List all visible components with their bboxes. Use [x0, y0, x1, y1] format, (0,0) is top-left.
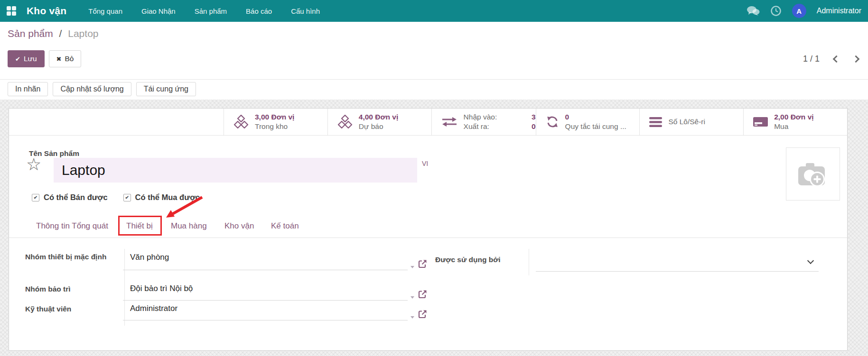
tab-inventory[interactable]: Kho vận	[224, 221, 254, 231]
external-link-icon[interactable]	[418, 259, 427, 268]
update-quantity-button[interactable]: Cập nhật số lượng	[53, 82, 131, 96]
chevron-down-icon[interactable]	[807, 257, 814, 264]
user-avatar[interactable]: A	[792, 4, 806, 18]
breadcrumb-separator: /	[59, 28, 62, 39]
out-label: Xuất ra:	[464, 122, 489, 131]
app-name[interactable]: Kho vận	[27, 5, 66, 17]
user-menu[interactable]: Administrator	[817, 7, 861, 15]
pager: 1 / 1	[803, 54, 859, 64]
can-be-sold-label: Có thể Bán được	[44, 193, 108, 202]
equipment-category-label: Nhóm thiết bị mặc định	[25, 251, 111, 263]
replenish-button[interactable]: Tái cung ứng	[136, 82, 196, 96]
stat-button-box: 3,00 Đơn vịTrong kho 4,00 Đơn vịDự báo N…	[9, 109, 847, 136]
print-label-button[interactable]: In nhãn	[8, 82, 48, 96]
forecasted-label: Dự báo	[359, 122, 398, 131]
reordering-value: 0	[565, 112, 626, 122]
navbar: Kho vận Tổng quan Giao Nhận Sản phẩm Báo…	[0, 0, 868, 22]
stat-spacer	[9, 109, 224, 135]
product-name-input[interactable]: Laptop	[54, 158, 417, 183]
transfer-arrows-icon	[441, 116, 457, 128]
navbar-right: A Administrator	[747, 4, 861, 18]
external-link-icon[interactable]	[418, 310, 427, 319]
out-value: 0	[532, 122, 536, 131]
credit-card-icon	[753, 116, 768, 128]
annotation-arrow	[163, 196, 205, 219]
stat-forecasted[interactable]: 4,00 Đơn vịDự báo	[327, 109, 431, 135]
menu-tong-quan[interactable]: Tổng quan	[88, 7, 122, 15]
maintenance-team-label: Nhóm bảo trì	[25, 283, 111, 295]
in-value: 3	[532, 112, 536, 122]
technician-label: Kỹ thuật viên	[25, 303, 111, 315]
forecasted-value: 4,00 Đơn vị	[359, 112, 398, 122]
dropdown-caret-icon[interactable]	[411, 296, 414, 299]
right-label-divider	[529, 249, 529, 275]
external-link-icon[interactable]	[418, 290, 427, 299]
can-be-sold-checkbox[interactable]: ✔ Có thể Bán được	[32, 193, 108, 202]
check-icon: ✔	[15, 55, 20, 63]
control-panel: Sản phẩm / Laptop ✔Lưu ✖Bỏ 1 / 1 In nhãn…	[0, 22, 868, 100]
stat-lot-serial[interactable]: Số Lô/Sê-ri	[639, 109, 743, 135]
apps-grid-icon[interactable]	[7, 6, 16, 16]
cubes-icon	[337, 115, 353, 129]
reordering-label: Quy tắc tái cung ...	[565, 122, 626, 131]
save-discard-group: ✔Lưu ✖Bỏ	[8, 50, 81, 67]
lot-serial-label: Số Lô/Sê-ri	[668, 117, 705, 127]
equipment-category-value[interactable]: Văn phòng	[130, 253, 169, 262]
favorite-star-icon[interactable]: ☆	[26, 156, 41, 173]
on-hand-value: 3,00 Đơn vị	[255, 112, 294, 122]
form-sheet: 3,00 Đơn vịTrong kho 4,00 Đơn vịDự báo N…	[9, 108, 848, 351]
menu-bao-cao[interactable]: Báo cáo	[246, 7, 272, 15]
maintenance-team-value[interactable]: Đội bảo trì Nội bộ	[130, 284, 193, 293]
close-icon: ✖	[56, 55, 62, 63]
checkbox-check-icon[interactable]: ✔	[32, 194, 39, 201]
maintenance-team-underline	[123, 300, 408, 301]
dropdown-caret-icon[interactable]	[411, 266, 414, 268]
tab-accounting[interactable]: Kế toán	[271, 221, 299, 231]
used-by-select-underline	[536, 271, 819, 272]
label-column-divider	[124, 249, 125, 326]
save-button[interactable]: ✔Lưu	[8, 50, 45, 67]
breadcrumb-parent[interactable]: Sản phẩm	[8, 28, 53, 39]
breadcrumb: Sản phẩm / Laptop	[8, 28, 99, 39]
pager-value: 1 / 1	[803, 54, 820, 64]
save-button-label: Lưu	[24, 55, 37, 63]
checkbox-check-icon[interactable]: ✔	[123, 194, 131, 201]
tab-general-information[interactable]: Thông tin Tổng quát	[36, 221, 108, 231]
menu-cau-hinh[interactable]: Cấu hình	[291, 7, 320, 15]
bars-icon	[649, 117, 662, 127]
discard-button[interactable]: ✖Bỏ	[49, 50, 82, 67]
activities-clock-icon[interactable]	[770, 5, 782, 17]
purchased-value: 2,00 Đơn vị	[774, 112, 813, 122]
pager-next-icon[interactable]	[852, 55, 860, 63]
language-badge[interactable]: VI	[422, 160, 428, 167]
product-name-value: Laptop	[62, 162, 105, 178]
camera-plus-icon	[796, 159, 830, 189]
action-buttons-row: In nhãn Cập nhật số lượng Tái cung ứng	[8, 82, 196, 96]
in-label: Nhập vào:	[464, 112, 497, 122]
menu-giao-nhan[interactable]: Giao Nhận	[141, 7, 176, 15]
breadcrumb-current: Laptop	[68, 28, 98, 39]
control-panel-divider	[0, 79, 868, 80]
purchased-label: Mua	[774, 122, 813, 131]
used-by-label: Được sử dụng bởi	[435, 254, 525, 265]
stat-reordering-rules[interactable]: 0Quy tắc tái cung ...	[536, 109, 640, 135]
product-image-upload[interactable]	[786, 147, 840, 201]
tab-purchase[interactable]: Mua hàng	[171, 221, 207, 231]
stat-in-out[interactable]: Nhập vào:3 Xuất ra:0	[431, 109, 536, 135]
messages-icon[interactable]	[747, 6, 760, 16]
technician-underline	[123, 320, 408, 320]
menu-san-pham[interactable]: Sản phẩm	[195, 7, 227, 15]
on-hand-label: Trong kho	[255, 122, 294, 131]
technician-value[interactable]: Administrator	[130, 304, 177, 313]
main-menu: Tổng quan Giao Nhận Sản phẩm Báo cáo Cấu…	[88, 7, 320, 15]
pager-previous-icon[interactable]	[833, 55, 840, 63]
tabs-divider	[9, 237, 847, 238]
app-window: Kho vận Tổng quan Giao Nhận Sản phẩm Báo…	[0, 0, 868, 356]
dropdown-caret-icon[interactable]	[411, 316, 414, 319]
refresh-icon	[546, 115, 559, 128]
cubes-icon	[233, 115, 249, 129]
discard-button-label: Bỏ	[65, 55, 74, 63]
equipment-category-underline	[123, 270, 408, 270]
stat-purchased[interactable]: 2,00 Đơn vịMua	[743, 109, 847, 135]
stat-on-hand[interactable]: 3,00 Đơn vịTrong kho	[224, 109, 327, 135]
